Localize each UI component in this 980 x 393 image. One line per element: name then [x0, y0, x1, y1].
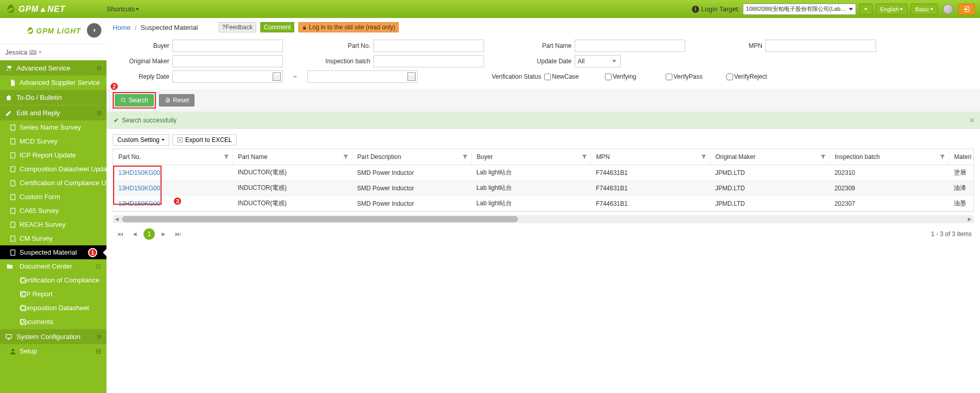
sidebar-item-reach[interactable]: REACH Survey [0, 218, 106, 231]
sidebar-section-todo[interactable]: To-Do / Bulletin [0, 90, 106, 105]
sidebar-item-composition-datasheet[interactable]: Composition Datasheet [0, 301, 106, 315]
sidebar-item-ca65[interactable]: CA65 Survey [0, 204, 106, 218]
sidebar-section-system-config[interactable]: System Configuration ⊟ [0, 329, 106, 344]
filter-icon[interactable] [820, 154, 826, 160]
edit-icon [5, 110, 12, 117]
scroll-left-icon[interactable]: ◄ [113, 215, 121, 223]
filter-icon[interactable] [462, 154, 468, 160]
part-no-link[interactable]: 13HD150KG00 [118, 169, 160, 176]
filter-icon[interactable] [343, 154, 349, 160]
user-area[interactable]: Jessica [0, 44, 106, 60]
horizontal-scrollbar[interactable]: ◄ ► [113, 215, 974, 223]
target-confirm-button[interactable] [859, 4, 872, 15]
search-button[interactable]: Search [115, 94, 154, 106]
custom-setting-button[interactable]: Custom Setting [113, 134, 169, 146]
pager-info: 1 - 3 of 3 items [931, 230, 972, 238]
theme-select[interactable]: Basic [911, 4, 938, 15]
buyer-input[interactable] [172, 40, 283, 52]
login-target-select[interactable]: 10882088|安柏电子股份有限公司(Lab light... [743, 4, 856, 15]
check-verifypass[interactable]: VerifyPass [666, 73, 722, 80]
breadcrumb-home[interactable]: Home [113, 24, 131, 31]
document-icon [9, 79, 16, 86]
part-no-link[interactable]: 13HD150KG00 [118, 200, 160, 207]
filter-icon[interactable] [223, 154, 229, 160]
col-part-name[interactable]: Part Name [233, 149, 352, 165]
logout-button[interactable] [958, 4, 975, 15]
original-maker-input[interactable] [172, 55, 283, 67]
col-part-description[interactable]: Part Description [352, 149, 471, 165]
col-material[interactable]: Materi [949, 149, 973, 165]
sidebar-item-cert-compliance[interactable]: Certification of Compliance [0, 273, 106, 287]
check-verifying[interactable]: Verifying [605, 73, 662, 80]
comment-button[interactable]: Comment [260, 22, 294, 32]
part-name-input[interactable] [575, 40, 685, 52]
sidebar-item-icp-report[interactable]: ICP Report [0, 287, 106, 301]
mpn-input[interactable] [765, 40, 876, 52]
filter-icon[interactable] [581, 154, 587, 160]
sidebar-item-advanced-supplier[interactable]: Advanced Supplier Service [0, 76, 106, 90]
callout-marker-2: 2 [110, 82, 119, 91]
collapse-icon: ⊟ [97, 333, 101, 340]
sidebar-item-setup[interactable]: Setup ⊟ [0, 344, 106, 358]
svg-rect-10 [11, 249, 15, 255]
col-mpn[interactable]: MPN [591, 149, 710, 165]
info-icon: i [692, 6, 699, 13]
search-form: Buyer Part No. Part Name MPN Original Ma… [106, 37, 980, 89]
cell-original-maker: JPMD.LTD [710, 196, 829, 211]
calendar-icon[interactable] [273, 73, 281, 81]
inspection-batch-input[interactable] [373, 55, 484, 67]
close-icon[interactable]: × [969, 115, 975, 126]
sidebar-item-suspected-material[interactable]: Suspected Material 1 [0, 245, 106, 259]
sidebar-item-document-center[interactable]: Document Center ⊟ [0, 259, 106, 273]
scrollbar-thumb[interactable] [122, 216, 518, 222]
reset-button[interactable]: Reset [159, 94, 194, 106]
sidebar-section-edit-reply[interactable]: Edit and Reply ⊟ [0, 105, 106, 120]
col-part-no[interactable]: Part No. [113, 149, 233, 165]
sidebar-item-icp-update[interactable]: ICP Report Update [0, 148, 106, 162]
sidebar-item-cert-compliance-update[interactable]: Certification of Compliance Update [0, 176, 106, 190]
pager-last[interactable]: ⏭ [172, 228, 184, 240]
filter-icon[interactable] [701, 154, 707, 160]
cell-original-maker: JPMD.LTD [710, 181, 829, 196]
col-inspection-batch[interactable]: Inspection batch [829, 149, 949, 165]
sidebar-item-mcd[interactable]: MCD Survey [0, 134, 106, 148]
shortcuts-dropdown[interactable]: Shortcuts [106, 5, 139, 13]
table-row: 13HD150KG00 INDUCTOR(電感) SMD Power Induc… [113, 165, 973, 181]
check-newcase[interactable]: NewCase [544, 73, 601, 80]
scroll-right-icon[interactable]: ► [966, 215, 974, 223]
update-date-select[interactable]: All [575, 55, 621, 67]
globe-icon[interactable] [943, 4, 953, 14]
feedback-button[interactable]: ?Feedback [219, 22, 256, 32]
part-no-input[interactable] [373, 40, 484, 52]
sidebar-item-series-name[interactable]: Series Name Survey [0, 120, 106, 134]
pager-first[interactable]: ⏮ [115, 228, 126, 240]
pager-page-1[interactable]: 1 [144, 228, 155, 240]
reply-date-from[interactable] [172, 70, 283, 83]
check-verifyreject[interactable]: VerifyReject [726, 73, 783, 80]
part-no-link[interactable]: 13HD150KG00 [118, 185, 160, 192]
col-buyer[interactable]: Buyer [471, 149, 591, 165]
sidebar-item-cm[interactable]: CM Survey [0, 231, 106, 245]
sidebar-section-advanced-service[interactable]: Advanced Service ⊟ [0, 60, 106, 76]
table-toolbar: Custom Setting Export to EXCEL [106, 129, 980, 149]
sidebar: GPM LiGHT Jessica Advanced Service ⊟ Adv… [0, 18, 106, 393]
pager-next[interactable]: ► [158, 228, 169, 240]
language-select[interactable]: English [876, 4, 907, 15]
callout-marker-3: 3 [173, 196, 182, 206]
export-excel-button[interactable]: Export to EXCEL [172, 134, 237, 146]
calendar-icon[interactable] [407, 73, 416, 81]
sidebar-back-button[interactable] [87, 23, 101, 38]
sidebar-item-composition-update[interactable]: Composition Datasheet Update [0, 162, 106, 176]
sidebar-item-custom-form[interactable]: Custom Form [0, 190, 106, 204]
filter-icon[interactable] [939, 154, 946, 160]
reply-date-to[interactable] [307, 70, 418, 83]
pager-prev[interactable]: ◄ [129, 228, 140, 240]
document-icon [9, 180, 16, 187]
svg-rect-7 [11, 208, 15, 213]
col-original-maker[interactable]: Original Maker [710, 149, 829, 165]
svg-rect-15 [6, 334, 12, 338]
sidebar-item-documents[interactable]: Documents [0, 315, 106, 329]
svg-rect-17 [303, 27, 306, 29]
old-site-button[interactable]: Log in to the old site (read only) [298, 22, 399, 32]
chevron-down-icon [864, 8, 867, 10]
